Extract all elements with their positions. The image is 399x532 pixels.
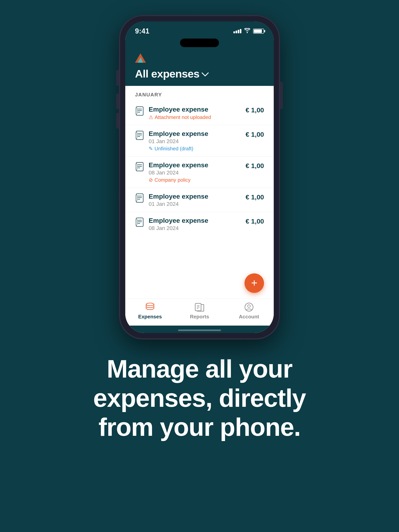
expense-status-draft: ✎ Unfinished (draft)	[149, 146, 241, 152]
svg-rect-2	[136, 107, 143, 115]
phone-mockup: 9:41	[120, 16, 279, 339]
warning-icon: ⚠	[149, 114, 153, 120]
expense-details: Employee expense 01 Jan 2024 ✎ Unfinishe…	[149, 130, 241, 152]
expense-item[interactable]: Employee expense 01 Jan 2024 ✎ Unfinishe…	[125, 125, 274, 156]
expense-list: Employee expense ⚠ Attachment not upload…	[125, 101, 274, 275]
expense-item[interactable]: Employee expense 08 Jan 2024 € 1,00	[125, 212, 274, 236]
draft-icon: ✎	[149, 146, 153, 152]
status-text: Unfinished (draft)	[154, 146, 193, 152]
phone-frame: 9:41	[120, 16, 279, 339]
svg-point-27	[146, 303, 154, 306]
header-title-row[interactable]: All expenses	[135, 67, 264, 80]
tagline-line2: expenses, directly	[93, 384, 306, 412]
status-text: Company policy	[154, 177, 191, 183]
expense-name: Employee expense	[149, 106, 241, 113]
expense-receipt-icon	[135, 106, 144, 116]
status-text: Attachment not uploaded	[155, 114, 211, 120]
tagline-section: Manage all your expenses, directly from …	[70, 355, 329, 442]
expense-details: Employee expense 01 Jan 2024	[149, 193, 241, 207]
nav-label-account: Account	[239, 314, 259, 320]
expense-item[interactable]: Employee expense ⚠ Attachment not upload…	[125, 101, 274, 125]
expense-item[interactable]: Employee expense 08 Jan 2024 ⊘ Company p…	[125, 156, 274, 188]
expenses-icon	[145, 302, 155, 312]
nav-label-expenses: Expenses	[138, 314, 162, 320]
expense-details: Employee expense ⚠ Attachment not upload…	[149, 106, 241, 120]
expense-name: Employee expense	[149, 193, 241, 200]
dynamic-island	[125, 37, 274, 50]
policy-icon: ⊘	[149, 177, 153, 183]
reports-icon	[194, 302, 205, 312]
page-title: All expenses	[135, 67, 199, 80]
app-logo-icon	[135, 53, 146, 63]
nav-item-expenses[interactable]: Expenses	[125, 302, 175, 320]
expense-receipt-icon	[135, 131, 144, 140]
island-pill	[180, 38, 219, 47]
expense-receipt-icon	[135, 162, 144, 171]
nav-item-account[interactable]: Account	[224, 302, 274, 320]
home-indicator	[125, 326, 274, 333]
expense-status-warning: ⚠ Attachment not uploaded	[149, 114, 241, 120]
nav-item-reports[interactable]: Reports	[175, 302, 224, 320]
expense-date: 01 Jan 2024	[149, 138, 241, 145]
svg-rect-11	[136, 132, 137, 139]
status-icons	[233, 28, 264, 34]
app-content: JANUARY	[125, 86, 274, 333]
expense-details: Employee expense 08 Jan 2024 ⊘ Company p…	[149, 161, 241, 183]
section-label: JANUARY	[125, 86, 274, 101]
expense-amount: € 1,00	[245, 217, 264, 225]
expense-amount: € 1,00	[245, 161, 264, 170]
status-bar: 9:41	[125, 21, 274, 37]
bottom-nav: Expenses Reports	[125, 299, 274, 326]
nav-label-reports: Reports	[190, 314, 209, 320]
svg-point-33	[248, 305, 250, 307]
svg-rect-21	[136, 195, 137, 201]
expense-date: 08 Jan 2024	[149, 170, 241, 176]
home-bar	[178, 329, 221, 331]
svg-rect-6	[136, 108, 137, 114]
expense-date: 01 Jan 2024	[149, 201, 241, 207]
expense-receipt-icon	[135, 217, 144, 227]
svg-rect-12	[136, 162, 143, 171]
expense-amount: € 1,00	[245, 106, 264, 114]
fab-container: +	[125, 275, 274, 299]
expense-item[interactable]: Employee expense 01 Jan 2024 € 1,00	[125, 188, 274, 212]
expense-amount: € 1,00	[245, 130, 264, 138]
plus-icon: +	[251, 278, 257, 288]
account-icon	[244, 302, 254, 312]
expense-name: Employee expense	[149, 217, 241, 224]
expense-name: Employee expense	[149, 161, 241, 169]
add-expense-button[interactable]: +	[245, 273, 264, 293]
phone-screen: 9:41	[125, 21, 274, 333]
svg-rect-7	[136, 131, 143, 140]
expense-name: Employee expense	[149, 130, 241, 138]
signal-icon	[233, 29, 241, 33]
svg-rect-17	[136, 194, 143, 202]
wifi-icon	[244, 28, 250, 34]
tagline-line1: Manage all your	[107, 355, 292, 383]
expense-date: 08 Jan 2024	[149, 225, 241, 231]
svg-rect-26	[136, 219, 137, 225]
status-time: 9:41	[135, 27, 149, 35]
tagline-line3: from your phone.	[99, 413, 301, 441]
chevron-down-icon	[202, 70, 209, 78]
app-header: All expenses	[125, 50, 274, 86]
expense-status-policy: ⊘ Company policy	[149, 177, 241, 183]
expense-amount: € 1,00	[245, 193, 264, 201]
expense-details: Employee expense 08 Jan 2024	[149, 217, 241, 231]
svg-rect-16	[136, 164, 137, 170]
expense-receipt-icon	[135, 193, 144, 203]
tagline-text: Manage all your expenses, directly from …	[93, 355, 306, 442]
battery-icon	[253, 29, 264, 34]
svg-rect-22	[136, 218, 143, 227]
